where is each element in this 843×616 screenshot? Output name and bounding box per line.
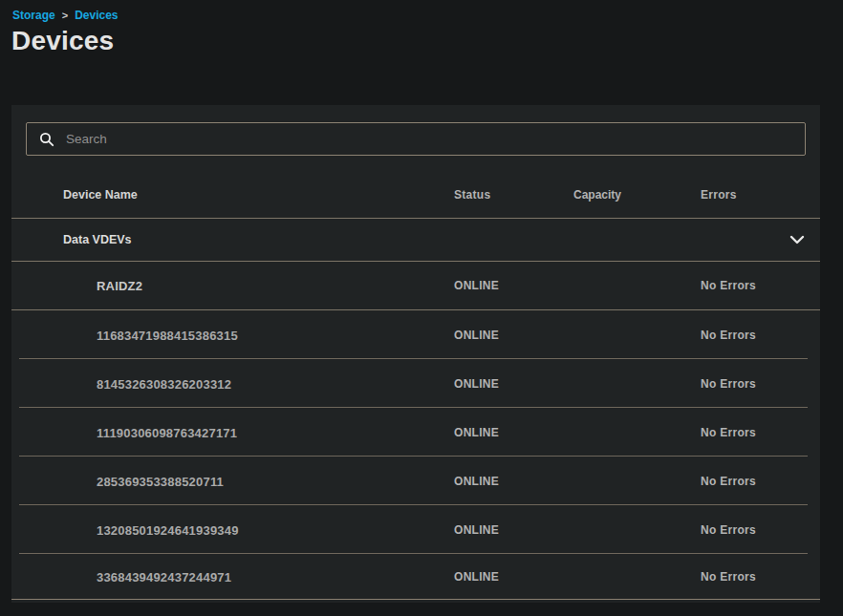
column-header-errors: Errors: [701, 188, 820, 202]
breadcrumb-separator: >: [62, 10, 68, 21]
search-input[interactable]: [54, 123, 805, 155]
group-row-data-vdevs[interactable]: Data VDEVs: [11, 219, 820, 262]
breadcrumb-link-storage[interactable]: Storage: [12, 9, 55, 22]
device-status: ONLINE: [454, 523, 573, 537]
column-header-capacity: Capacity: [573, 188, 701, 202]
devices-panel: Device Name Status Capacity Errors Data …: [11, 105, 820, 603]
table-body: RAIDZ2 ONLINE No Errors 1168347198841538…: [11, 262, 820, 600]
search-box: [26, 122, 806, 156]
search-icon: [39, 132, 54, 147]
device-status: ONLINE: [454, 329, 573, 342]
breadcrumb-link-devices[interactable]: Devices: [75, 9, 118, 22]
device-errors: No Errors: [701, 279, 820, 292]
table-row[interactable]: RAIDZ2 ONLINE No Errors: [11, 262, 820, 310]
device-status: ONLINE: [454, 570, 573, 584]
device-name: 13208501924641939349: [97, 523, 239, 538]
column-header-device-name: Device Name: [11, 188, 454, 202]
device-status: ONLINE: [454, 279, 573, 292]
group-label: Data VDEVs: [11, 233, 454, 246]
table-row[interactable]: 3368439492437244971 ONLINE No Errors: [11, 554, 820, 600]
chevron-down-icon: [789, 235, 805, 244]
device-errors: No Errors: [701, 523, 820, 537]
table-row[interactable]: 13208501924641939349 ONLINE No Errors: [11, 505, 820, 554]
collapse-group-button[interactable]: [784, 226, 811, 253]
page-title: Devices: [11, 26, 114, 56]
table-row[interactable]: 11190306098763427171 ONLINE No Errors: [11, 408, 820, 457]
device-status: ONLINE: [454, 475, 573, 488]
breadcrumb: Storage > Devices: [12, 9, 119, 22]
device-errors: No Errors: [701, 570, 820, 584]
device-errors: No Errors: [701, 377, 820, 391]
device-name: 8145326308326203312: [97, 377, 231, 392]
device-status: ONLINE: [454, 377, 573, 391]
device-name: 285369353388520711: [97, 475, 224, 489]
column-header-status: Status: [454, 188, 573, 202]
device-name: 11683471988415386315: [97, 329, 238, 343]
table-header-row: Device Name Status Capacity Errors: [11, 172, 820, 219]
device-status: ONLINE: [454, 426, 573, 439]
device-name: 11190306098763427171: [97, 426, 237, 440]
device-name: RAIDZ2: [97, 279, 142, 293]
table-row[interactable]: 8145326308326203312 ONLINE No Errors: [11, 359, 820, 408]
table-row[interactable]: 285369353388520711 ONLINE No Errors: [11, 457, 820, 505]
device-errors: No Errors: [701, 475, 820, 488]
device-name: 3368439492437244971: [97, 570, 231, 584]
device-errors: No Errors: [701, 329, 820, 342]
table-row[interactable]: 11683471988415386315 ONLINE No Errors: [11, 310, 820, 359]
device-errors: No Errors: [701, 426, 820, 439]
